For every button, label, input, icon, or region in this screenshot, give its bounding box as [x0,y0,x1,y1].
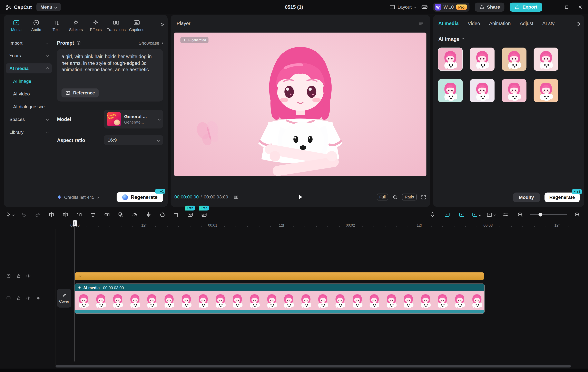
generated-image-8[interactable] [534,79,558,102]
more-options-icon[interactable] [46,295,51,301]
expand-tabs-icon[interactable] [159,21,165,27]
generated-image-3[interactable] [502,48,526,71]
tab-text[interactable]: Text [47,18,66,33]
ai-retouch-button[interactable]: Free [185,210,195,219]
frame-view-icon[interactable] [233,194,239,200]
model-select[interactable]: Coming Soon! General ... Generate... [104,110,163,129]
sidebar-item-ai-video[interactable]: AI video [6,89,52,99]
lock-icon[interactable] [16,295,21,301]
sidebar-item-ai-media[interactable]: AI media [6,63,52,73]
voiceover-button[interactable] [428,210,437,219]
tab-stickers[interactable]: Stickers [66,18,85,33]
info-icon[interactable] [76,40,81,45]
sidebar-item-spaces[interactable]: Spaces [6,114,52,124]
tab-audio[interactable]: Audio [27,18,46,33]
credits-link[interactable]: Credits left 445 [57,195,98,200]
zoom-slider-thumb[interactable] [539,213,542,216]
aspect-ratio-select[interactable]: 16:9 [104,135,163,145]
adjust-panels-button[interactable] [501,210,510,219]
timeline-toolbar: Free Free [0,208,588,221]
undo-button[interactable] [19,210,29,219]
clock-icon[interactable] [6,273,11,279]
timeline-scrollbar[interactable] [55,365,571,368]
regenerate-button-right[interactable]: Regenerate +1 [545,192,580,202]
preview-axis-button[interactable] [486,210,496,219]
reference-button[interactable]: Reference [62,88,99,97]
tab-ai-media[interactable]: AI media [438,20,459,26]
shortcuts-button[interactable] [421,4,428,10]
player-menu-icon[interactable] [418,20,424,26]
audio-track-clip[interactable] [75,272,484,280]
mask-button[interactable] [102,210,112,219]
delete-button[interactable] [88,210,98,219]
tab-media[interactable]: Media [7,18,26,33]
ruler-tick [167,226,168,227]
sidebar-item-library[interactable]: Library [6,127,52,137]
tab-ai-styles[interactable]: AI sty [542,20,555,26]
account-button[interactable]: W W...0 Pro [433,3,469,12]
layout-button[interactable]: Layout [389,4,416,10]
speaker-icon[interactable] [36,295,41,301]
export-button[interactable]: Export [510,3,542,12]
select-tool-button[interactable] [5,210,15,219]
track-material-button[interactable] [472,210,481,219]
overlay-button[interactable] [116,210,126,219]
rotate-button[interactable] [158,210,167,219]
tab-captions[interactable]: Captions [127,18,146,33]
tab-animation[interactable]: Animation [489,20,511,26]
minimize-button[interactable] [550,4,556,10]
lock-icon[interactable] [16,273,21,279]
delete-left-button[interactable] [60,210,70,219]
generated-image-6[interactable] [470,79,494,102]
close-button[interactable] [578,4,583,10]
speed-button[interactable] [130,210,139,219]
timeline-zoom-out-button[interactable] [515,210,525,219]
ai-avatar-button[interactable] [442,210,452,219]
ratio-button[interactable]: Ratio [402,194,417,201]
crop-button[interactable] [171,210,181,219]
menu-button[interactable]: Menu [36,3,61,11]
prompt-input[interactable]: a girl, with pink hair, holds her white … [57,49,163,101]
full-quality-button[interactable]: Full [377,194,388,201]
timeline-ruler[interactable]: 00:00 12f 00:01 12f 00:02 12f 00:03 12f [0,222,588,229]
ai-cutout-button[interactable]: Free [199,210,209,219]
eye-icon[interactable] [26,295,31,301]
generated-image-5[interactable] [438,79,463,102]
share-button[interactable]: Share [475,3,504,12]
tab-video[interactable]: Video [468,20,480,26]
sidebar-item-ai-image[interactable]: AI image [6,76,52,86]
play-button[interactable] [297,194,304,201]
redo-button[interactable] [33,210,42,219]
cover-button[interactable]: Cover [57,289,71,308]
eye-icon[interactable] [26,273,31,279]
delete-right-button[interactable] [74,210,84,219]
zoom-fit-icon[interactable] [392,194,398,200]
playhead-handle[interactable] [73,220,77,226]
video-clip[interactable]: AI media 00:00:03:00 [75,283,485,313]
generated-image-1[interactable] [438,48,463,71]
split-button[interactable] [47,210,56,219]
sidebar-item-ai-dialogue[interactable]: AI dialogue sce... [6,101,52,112]
sidebar-item-yours[interactable]: Yours [6,50,52,61]
fullscreen-icon[interactable] [421,194,427,200]
split-icon [48,211,54,218]
tab-transitions[interactable]: Transitions [106,18,126,33]
mirror-button[interactable] [144,210,153,219]
timeline-zoom-in-button[interactable] [572,210,582,219]
timeline-zoom-slider[interactable] [530,214,567,215]
generated-image-7[interactable] [502,79,526,102]
tab-effects[interactable]: Effects [86,18,105,33]
modify-button[interactable]: Modify [513,192,540,202]
maximize-button[interactable] [564,4,569,10]
tab-adjust[interactable]: Adjust [520,20,533,26]
expand-tabs-icon[interactable] [575,21,581,27]
playhead[interactable] [73,220,77,226]
showcase-link[interactable]: Showcase [139,40,163,45]
ai-image-section-header[interactable]: AI image [433,26,584,42]
smart-tools-button[interactable] [457,210,467,219]
regenerate-button[interactable]: Regenerate +1 [117,192,163,202]
generated-image-4[interactable] [534,48,558,71]
screen-icon[interactable] [6,295,11,301]
sidebar-item-import[interactable]: Import [6,38,52,48]
generated-image-2[interactable] [470,48,494,71]
